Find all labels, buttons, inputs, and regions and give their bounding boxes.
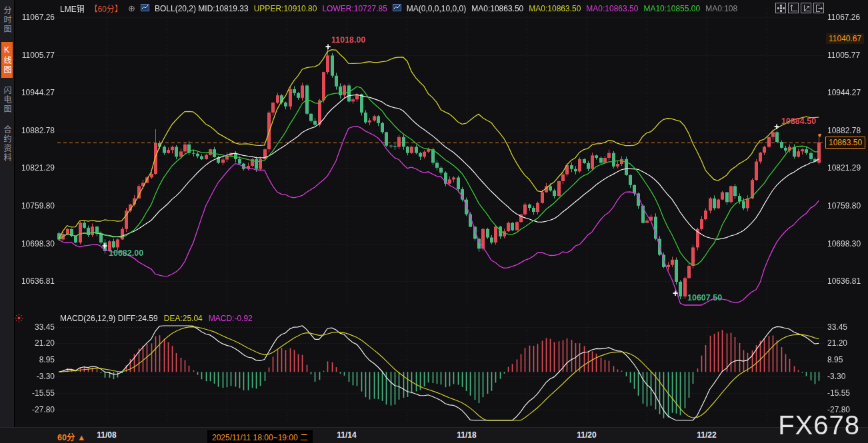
ma0-gray-readout: MA0:108 [705, 4, 737, 13]
price-tick: 10821.29 [827, 163, 861, 173]
price-tick: 11005.77 [827, 51, 860, 60]
bottom-bar: 60分 ▲ 11/082025/11/11 18:00~19:00 二11/14… [0, 427, 868, 443]
annotation-cross-marker: + [673, 288, 678, 298]
sidebar-item-kline[interactable]: K线图 [1, 42, 13, 78]
annotation-cross-marker: + [102, 240, 107, 251]
price-tick: -27.80 [16, 405, 55, 414]
price-tick: 33.45 [827, 322, 847, 332]
exit-chart-icon[interactable] [813, 3, 824, 13]
add-icon[interactable]: ⊕ [128, 5, 135, 12]
price-annotation: 10682.00 [109, 248, 143, 258]
up-arrow-icon: ▲ [77, 433, 85, 442]
boll-lower-readout: LOWER:10727.85 [322, 4, 387, 13]
date-label: 11/08 [97, 430, 116, 440]
price-tick: 10944.27 [16, 88, 55, 97]
axis-zoom-icon[interactable] [801, 3, 811, 13]
macd-value-readout: MACD:-0.92 [209, 314, 253, 323]
price-tick: 10944.27 [827, 88, 861, 97]
sidebar-item-fenshi[interactable]: 分时图 [1, 3, 13, 37]
sidebar-item-contract[interactable]: 合约资料 [1, 122, 13, 166]
price-tick: 11005.77 [16, 51, 55, 60]
price-chart-canvas[interactable] [0, 0, 868, 443]
axis-scale-icon[interactable] [788, 3, 799, 13]
price-annotation: 10607.50 [687, 293, 722, 302]
trading-app: 分时图K线图闪电图合约资料 LME铜【60分】⊕BOLL(20,2) MID:1… [0, 0, 868, 443]
price-tick: 21.20 [827, 338, 847, 348]
price-annotation: 10884.50 [781, 117, 816, 126]
price-tick: 10759.80 [827, 201, 861, 211]
period-selector[interactable]: 60分 ▲ [57, 430, 85, 443]
chart-toolbar [775, 3, 824, 13]
date-label: 11/22 [697, 430, 716, 440]
ma10-readout: MA10:10855.00 [643, 4, 700, 13]
period-tag: 【60分】 [90, 3, 123, 14]
price-tick: 11067.26 [16, 13, 55, 22]
price-tick: -3.30 [827, 372, 845, 381]
last-price-label: 10863.50 [825, 137, 865, 149]
sidebar-item-flash[interactable]: 闪电图 [1, 83, 13, 117]
macd-header: MACD(26,12,9) DIFF:24.59DEA:25.04MACD:-0… [60, 314, 253, 323]
price-tick: -15.55 [827, 388, 850, 398]
price-tick: 11067.26 [827, 13, 860, 22]
ref-price-label: 11040.67 [826, 33, 864, 44]
date-label: 11/20 [577, 430, 596, 440]
ma-params-readout: MA(0,0,0,10,0,0) [407, 4, 466, 13]
ma-indicator-icon[interactable] [393, 4, 401, 13]
ma0-white-readout: MA0:10863.50 [471, 4, 523, 13]
price-tick: -15.55 [16, 388, 55, 398]
price-tick: 10759.80 [16, 201, 55, 211]
instrument-name: LME铜 [60, 3, 85, 14]
macd-diff-readout: MACD(26,12,9) DIFF:24.59 [60, 314, 158, 323]
indicator-header: LME铜【60分】⊕BOLL(20,2) MID:10819.33UPPER:1… [60, 3, 737, 14]
date-label: 11/18 [457, 430, 476, 440]
price-annotation: 11018.00 [331, 35, 365, 45]
price-tick: -3.30 [16, 372, 55, 381]
boll-upper-readout: UPPER:10910.80 [254, 4, 317, 13]
price-tick: 21.20 [16, 338, 55, 348]
indicator-alert-icon [15, 313, 23, 325]
price-tick: 10698.30 [827, 239, 861, 248]
annotation-cross-marker: + [774, 121, 779, 132]
price-tick: 10882.78 [16, 126, 55, 135]
watermark: FX678 [778, 410, 860, 440]
price-tick: 8.95 [16, 355, 55, 364]
macd-dea-readout: DEA:25.04 [164, 314, 203, 323]
period-label: 60分 [57, 433, 75, 442]
annotation-cross-marker: + [325, 41, 331, 52]
ma0-magenta-readout: MA0:10863.50 [586, 4, 638, 13]
price-tick: 10821.29 [16, 163, 55, 173]
boll-indicator-icon[interactable] [141, 4, 149, 13]
price-tick: 10636.81 [16, 276, 55, 286]
price-tick: 8.95 [827, 355, 843, 364]
crosshair-move-icon[interactable] [775, 3, 786, 13]
date-label: 11/14 [337, 430, 356, 440]
sidebar: 分时图K线图闪电图合约资料 [0, 0, 15, 443]
ma0-yellow-readout: MA0:10863.50 [529, 4, 581, 13]
boll-mid-readout: BOLL(20,2) MID:10819.33 [155, 4, 249, 13]
crosshair-timestamp: 2025/11/11 18:00~19:00 二 [207, 430, 313, 443]
price-tick: 10882.78 [827, 126, 861, 135]
price-tick: 10698.30 [16, 239, 55, 248]
price-tick: 10636.81 [827, 276, 861, 286]
